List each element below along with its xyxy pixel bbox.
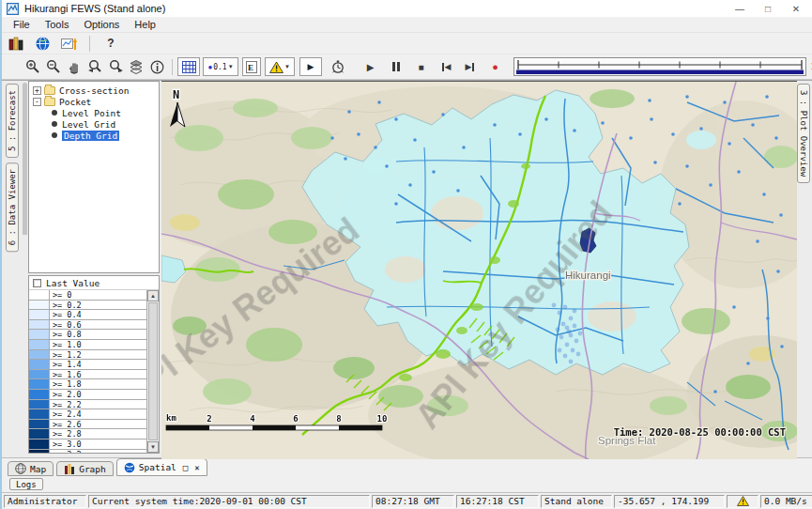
grid-display-button[interactable] [177, 57, 200, 76]
go-to-end-button[interactable]: ▶ [461, 56, 479, 77]
chart-arrow-icon [61, 37, 77, 51]
legend-row[interactable]: >= 1.6 [29, 370, 146, 380]
legend-row[interactable]: >= 1.0 [29, 340, 146, 350]
legend-row[interactable]: >= 3.2 [29, 450, 146, 454]
legend-row[interactable]: >= 1.2 [29, 350, 146, 361]
close-button[interactable]: ✕ [782, 0, 810, 17]
tab-plot-overview[interactable]: 3 : Plot Overview [797, 84, 810, 183]
legend-color-swatch [29, 409, 50, 419]
panel-splitter[interactable] [23, 83, 27, 235]
tree-item-cross-section[interactable]: + Cross-section [29, 85, 159, 96]
panel-close-icon[interactable]: ✕ [194, 463, 199, 472]
legend-value-label: >= 3.2 [50, 450, 146, 454]
last-value-checkbox[interactable] [33, 279, 41, 287]
legend-row[interactable]: >= 2.2 [29, 400, 146, 410]
record-button[interactable]: ● [486, 56, 504, 77]
scroll-down-icon[interactable]: ▼ [147, 441, 159, 453]
help-icon: ? [107, 37, 114, 50]
zoom-out-button[interactable] [43, 56, 64, 77]
layer-tree: + Cross-section - Pocket Level Point [28, 81, 160, 273]
time-slider[interactable] [513, 57, 806, 76]
legend-color-swatch [29, 370, 50, 379]
menu-bar: FileToolsOptionsHelp [2, 17, 812, 33]
legend-row[interactable]: >= 2.0 [29, 390, 146, 400]
legend-color-swatch [29, 379, 50, 389]
thresholds-dropdown[interactable]: ▼ [265, 57, 295, 76]
tab-graph-label: Graph [79, 464, 106, 474]
pan-button[interactable] [64, 56, 84, 77]
legend-row[interactable]: >= 2.8 [29, 429, 146, 440]
tab-map[interactable]: Map [8, 461, 54, 476]
tab-graph[interactable]: Graph [56, 461, 114, 476]
stop-button[interactable]: ■ [412, 56, 430, 77]
legend-row[interactable]: >= 2.6 [29, 420, 146, 430]
menu-help[interactable]: Help [127, 18, 163, 31]
legend-list: >= 0>= 0.2>= 0.4>= 0.6>= 0.8>= 1.0>= 1.2… [29, 290, 146, 453]
north-label: N [173, 88, 179, 101]
status-system-time: Current system time:2020-09-01 00:00 CST [88, 495, 370, 508]
main-area: 5 : Forecast 6 : Data Viewer + Cross-sec… [2, 80, 812, 457]
legend-row[interactable]: >= 0.4 [29, 310, 146, 320]
legend-row[interactable]: >= 0.2 [29, 301, 146, 311]
tab-data-viewer[interactable]: 6 : Data Viewer [6, 162, 19, 252]
right-tab-strip: 3 : Plot Overview [795, 81, 812, 457]
animation-panel-button[interactable]: ▶ [299, 57, 322, 76]
pause-button[interactable] [387, 56, 405, 77]
tree-item-level-point[interactable]: Level Point [29, 107, 159, 118]
zoom-in-button[interactable] [23, 56, 43, 77]
title-bar: Hikurangi FEWS (Stand alone) — □ ✕ [2, 0, 812, 17]
info-button[interactable] [146, 56, 167, 77]
menu-file[interactable]: File [6, 18, 38, 31]
layers-button[interactable] [126, 56, 146, 77]
class-threshold-dropdown[interactable]: ● 0.1 ▼ [203, 57, 238, 76]
zoom-next-button[interactable] [105, 56, 126, 77]
minimize-button[interactable]: — [726, 0, 754, 17]
legend-row[interactable]: >= 0.6 [29, 320, 146, 331]
map-display-button[interactable] [32, 33, 53, 54]
status-warning[interactable] [727, 495, 758, 508]
legend-color-swatch [29, 320, 50, 330]
zoom-next-icon [108, 59, 124, 74]
legend-row[interactable]: >= 3.0 [29, 440, 146, 450]
tab-spatial[interactable]: Spatial □ ✕ [116, 458, 207, 476]
node-bullet-icon [52, 132, 57, 138]
logs-tab[interactable]: Logs [9, 478, 43, 490]
map-view[interactable]: API Key Required API Key Required Hikura… [161, 81, 797, 458]
tree-item-level-grid[interactable]: Level Grid [29, 118, 159, 130]
status-mode: Stand alone [541, 495, 612, 508]
legend-row[interactable]: >= 0 [29, 290, 146, 301]
legend-color-swatch [29, 290, 50, 300]
legend-row[interactable]: >= 0.8 [29, 330, 146, 340]
help-button[interactable]: ? [100, 33, 121, 54]
panel-maximize-icon[interactable]: □ [183, 463, 188, 472]
animation-settings-button[interactable] [328, 56, 348, 77]
warning-triangle-icon [737, 496, 749, 506]
timeseries-display-button[interactable] [58, 33, 79, 54]
labels-toggle-button[interactable]: E [242, 57, 261, 76]
legend-value-label: >= 1.8 [50, 379, 146, 389]
expand-icon[interactable]: + [33, 86, 41, 95]
go-to-start-button[interactable]: ◀ [437, 56, 455, 77]
legend-value-label: >= 2.6 [50, 420, 146, 429]
maximize-button[interactable]: □ [754, 0, 782, 17]
play-button[interactable]: ▶ [361, 56, 379, 77]
legend-row[interactable]: >= 2.4 [29, 409, 146, 420]
legend-row[interactable]: >= 1.8 [29, 379, 146, 390]
collapse-icon[interactable]: - [33, 98, 41, 106]
menu-options[interactable]: Options [76, 18, 127, 31]
tree-item-depth-grid[interactable]: Depth Grid [29, 130, 159, 141]
boxed-play-icon: ▶ [308, 62, 314, 71]
threshold-value: 0.1 [213, 63, 226, 71]
scroll-up-icon[interactable]: ▲ [147, 290, 159, 301]
zoom-previous-button[interactable] [84, 56, 105, 77]
legend-scrollbar[interactable]: ▲ ▼ [146, 290, 159, 453]
folder-icon [44, 98, 55, 106]
scrollbar-thumb[interactable] [148, 302, 158, 440]
legend-color-swatch [29, 390, 50, 399]
database-display-button[interactable] [6, 33, 26, 54]
legend-color-swatch [29, 340, 50, 349]
tab-forecast[interactable]: 5 : Forecast [6, 84, 19, 158]
legend-row[interactable]: >= 1.4 [29, 360, 146, 370]
tree-item-pocket[interactable]: - Pocket [29, 96, 159, 107]
menu-tools[interactable]: Tools [38, 18, 77, 31]
